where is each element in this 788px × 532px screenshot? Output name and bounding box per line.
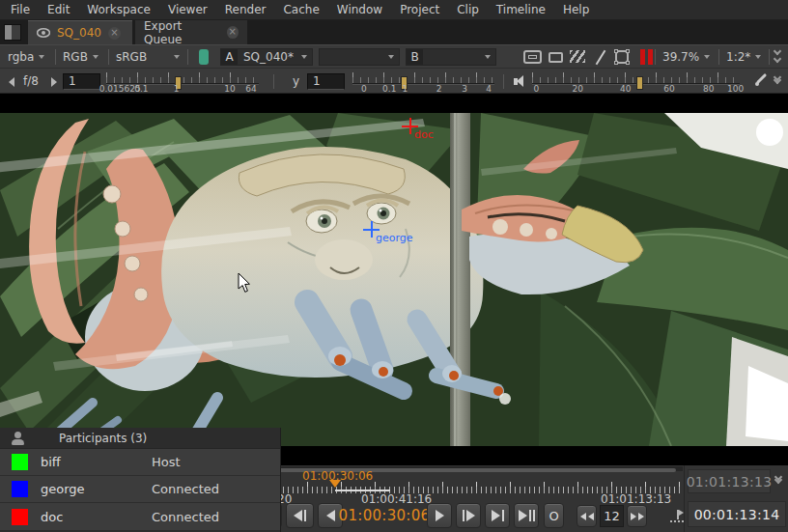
format-overlay-icon[interactable] (549, 50, 563, 63)
more-tools-chevron-icon[interactable] (774, 51, 780, 62)
tab-sq-040[interactable]: SQ_040 × (28, 20, 132, 44)
tab-label: SQ_040 (57, 26, 101, 40)
chevron-down-icon (388, 55, 394, 59)
tab-export-queue[interactable]: Export Queue × (135, 20, 247, 44)
input-b-selector[interactable]: B (406, 48, 496, 66)
gain-input[interactable]: 1 (63, 73, 100, 90)
input-a-selector[interactable]: A SQ_040* (220, 48, 313, 66)
divider (655, 49, 656, 65)
tick-label: 0.1 (382, 84, 396, 94)
remote-cursor-doc: doc (402, 118, 418, 134)
chevron-down-icon (485, 55, 491, 59)
display-dropdown[interactable]: RGB (63, 45, 98, 69)
speaker-icon[interactable] (514, 75, 523, 87)
participant-name: george (41, 482, 152, 496)
fps-increase-button[interactable] (627, 505, 647, 527)
loop-mode-button[interactable]: O (544, 503, 564, 528)
menu-item-viewer[interactable]: Viewer (159, 3, 216, 16)
participant-row[interactable]: doc Connected (0, 503, 280, 531)
fps-value[interactable]: 12 (600, 505, 624, 527)
safe-area-icon[interactable] (523, 50, 542, 64)
divider (108, 49, 109, 65)
layer-dropdown[interactable] (319, 48, 400, 66)
fps-decrease-button[interactable] (577, 505, 597, 527)
menu-item-render[interactable]: Render (216, 3, 275, 16)
menu-item-edit[interactable]: Edit (39, 3, 78, 16)
current-timecode-field[interactable]: 01:00:30:06 (346, 503, 423, 528)
eye-icon (37, 28, 50, 38)
colorspace-dropdown[interactable]: sRGB (116, 45, 180, 69)
gain-increase-icon[interactable] (51, 77, 57, 87)
participant-row[interactable]: george Connected (0, 476, 280, 503)
menu-item-window[interactable]: Window (328, 3, 391, 16)
review-player-window: File Edit Workspace Viewer Render Cache … (0, 0, 788, 532)
participant-status: Connected (152, 510, 219, 524)
divider (769, 49, 770, 65)
go-to-end-button[interactable] (514, 503, 539, 528)
remote-cursor-label: george (376, 232, 413, 244)
zoom-dropdown[interactable]: 39.7% (662, 45, 710, 69)
previous-frame-button[interactable] (286, 503, 314, 528)
close-icon[interactable]: × (108, 27, 121, 40)
tick-label: 0.1 (134, 84, 148, 94)
gamma-input[interactable]: 1 (307, 73, 345, 90)
more-tools-chevron-icon[interactable] (774, 77, 780, 83)
display-value: RGB (63, 50, 88, 64)
close-icon[interactable]: × (227, 26, 239, 39)
annotation-pen-icon[interactable] (594, 50, 607, 65)
tick-label: 1 (403, 84, 408, 94)
divider (503, 74, 504, 89)
menu-item-help[interactable]: Help (554, 3, 598, 16)
menu-item-file[interactable]: File (2, 3, 39, 16)
mouse-cursor-icon (238, 273, 251, 294)
timeline-marker-icon[interactable] (670, 510, 685, 522)
participants-title: Participants (3) (59, 432, 147, 445)
tick-label: 60 (663, 84, 674, 94)
duration-timecode-field[interactable]: 00:01:13:14 (688, 501, 786, 527)
gain-slider[interactable]: 0.015625 0.1 1 10 64 (106, 72, 259, 93)
ruler-out-label: 01:01:13:13 (601, 492, 671, 506)
tick-label: 0 (361, 84, 367, 94)
gain-decrease-icon[interactable] (9, 77, 14, 87)
chevron-down-icon (301, 55, 307, 59)
roi-icon[interactable] (615, 50, 629, 64)
pause-playback-icon[interactable] (640, 49, 653, 65)
proxy-dropdown[interactable]: 1:2* (726, 45, 761, 69)
wipe-compare-icon[interactable] (570, 50, 585, 63)
playhead-marker[interactable] (329, 480, 341, 488)
chevron-down-icon (755, 55, 761, 59)
fstop-label: f/8 (23, 74, 39, 88)
participant-row[interactable]: biff Host (0, 449, 280, 476)
volume-slider-handle[interactable] (636, 76, 643, 90)
tick-label: 3 (462, 84, 467, 94)
participant-name: biff (41, 455, 152, 469)
menu-item-clip[interactable]: Clip (448, 3, 488, 16)
channels-value: rgba (8, 50, 34, 64)
input-b-letter: B (407, 49, 423, 65)
menu-item-timeline[interactable]: Timeline (488, 3, 554, 16)
zoom-value: 39.7% (662, 50, 699, 64)
viewer-canvas[interactable]: doc george (0, 94, 788, 465)
range-end-timecode: 01:01:13:13 (688, 469, 771, 493)
remote-cursor-label: doc (414, 128, 434, 141)
step-forward-button[interactable] (456, 503, 481, 528)
menu-item-workspace[interactable]: Workspace (78, 3, 159, 16)
menu-item-cache[interactable]: Cache (274, 3, 327, 16)
tick-label: 40 (620, 84, 631, 94)
gamma-slider[interactable]: 0 0.1 1 2 3 4 (352, 72, 494, 93)
pane-menu-icon[interactable] (4, 24, 21, 41)
play-button[interactable] (427, 503, 452, 528)
gamma-slider-ticks (352, 72, 494, 83)
channels-dropdown[interactable]: rgba (8, 45, 44, 69)
tag-icon[interactable] (199, 49, 209, 65)
divider (187, 49, 188, 65)
tick-label: 10 (224, 84, 235, 94)
menu-item-project[interactable]: Project (391, 3, 448, 16)
next-frame-button[interactable] (485, 503, 510, 528)
tick-label: 80 (703, 84, 714, 94)
color-sampler-icon[interactable] (754, 73, 768, 87)
volume-slider[interactable]: 0 20 40 60 80 100 (532, 72, 740, 93)
chevron-down-icon (93, 55, 98, 59)
tick-label: 4 (486, 84, 492, 94)
timeline-options-chevron-icon[interactable] (775, 477, 781, 483)
